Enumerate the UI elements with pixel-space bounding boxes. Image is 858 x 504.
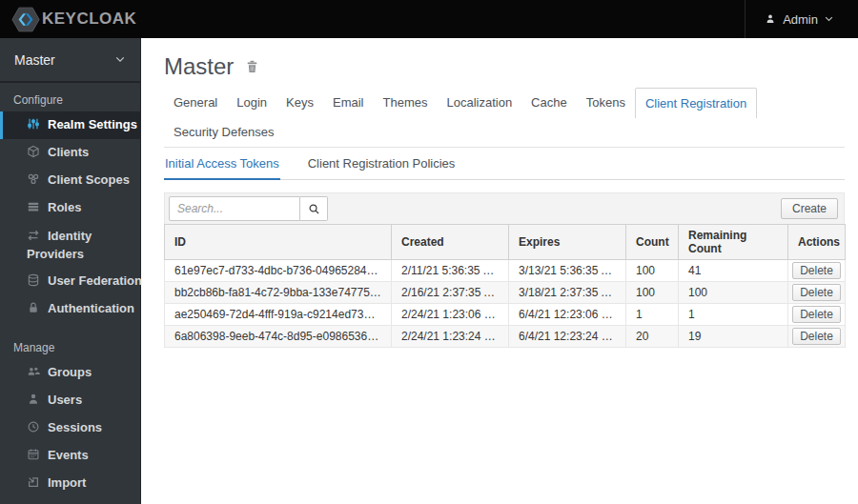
token-id: bb2cb86b-fa81-4c72-9bba-133e7477507c	[165, 282, 392, 304]
token-count: 100	[626, 282, 679, 304]
clock-icon	[27, 420, 48, 436]
delete-token-button[interactable]: Delete	[792, 284, 841, 301]
token-created: 2/11/21 5:36:35 AM	[392, 260, 509, 282]
keycloak-logo[interactable]: KEYCLOAK	[0, 7, 136, 32]
tab-general[interactable]: General	[164, 88, 227, 117]
cube-icon	[27, 145, 48, 161]
sidebar-item-import[interactable]: Import	[0, 470, 140, 497]
tab-security-defenses[interactable]: Security Defenses	[164, 117, 284, 147]
tokens-table-wrap: Create ID Created Expires Count Remaini	[164, 192, 845, 348]
sidebar-item-client-scopes[interactable]: Client Scopes	[0, 167, 140, 194]
column-header-actions: Actions	[788, 225, 846, 260]
users-icon	[27, 365, 48, 381]
realm-tabs-row-2: Security Defenses	[164, 117, 845, 147]
sidebar-item-groups[interactable]: Groups	[0, 359, 140, 387]
configure-nav-list: Realm Settings Clients	[0, 111, 140, 323]
exchange-icon	[27, 229, 48, 246]
create-button[interactable]: Create	[781, 198, 838, 219]
tab-cache[interactable]: Cache	[521, 88, 577, 117]
search-input[interactable]	[169, 196, 300, 221]
token-id: ae250469-72d4-4fff-919a-c9214ed73682	[165, 304, 392, 326]
table-row: ae250469-72d4-4fff-919a-c9214ed73682 2/2…	[165, 304, 846, 326]
token-expires: 6/4/21 12:23:24 PM	[509, 326, 626, 348]
page-title: Master	[164, 53, 234, 80]
table-row: bb2cb86b-fa81-4c72-9bba-133e7477507c 2/1…	[165, 282, 846, 304]
delete-realm-button[interactable]	[245, 59, 259, 74]
token-remaining-count: 19	[679, 326, 788, 348]
sidebar-item-label: Clients	[48, 145, 89, 159]
column-header-id: ID	[165, 225, 392, 260]
tab-client-registration[interactable]: Client Registration	[635, 88, 757, 118]
calendar-icon	[27, 448, 48, 464]
delete-token-button[interactable]: Delete	[792, 328, 841, 345]
column-header-created: Created	[392, 225, 509, 260]
table-toolbar: Create	[164, 192, 845, 224]
keycloak-admin-console: KEYCLOAK Admin Master Config	[0, 0, 858, 504]
subtab-initial-access-tokens[interactable]: Initial Access Tokens	[164, 148, 280, 180]
sidebar-item-label: Realm Settings	[48, 117, 137, 131]
token-remaining-count: 1	[679, 304, 788, 326]
token-id: 61e97ec7-d733-4dbc-b736-049652847a98	[165, 260, 392, 282]
tab-themes[interactable]: Themes	[373, 88, 437, 117]
sidebar-item-user-federation[interactable]: User Federation	[0, 268, 140, 295]
tab-email[interactable]: Email	[323, 88, 374, 117]
token-count: 1	[626, 304, 679, 326]
sidebar: Master Configure Realm Settings	[0, 38, 141, 504]
sidebar-item-identity-providers[interactable]: Identity Providers	[0, 222, 116, 268]
topbar: KEYCLOAK Admin	[0, 0, 858, 38]
realm-selector[interactable]: Master	[0, 38, 140, 83]
sidebar-item-label: Users	[48, 393, 82, 407]
database-icon	[27, 273, 48, 290]
table-row: 61e97ec7-d733-4dbc-b736-049652847a98 2/1…	[165, 260, 846, 282]
manage-nav-list: Groups Users	[0, 359, 140, 504]
tab-login[interactable]: Login	[227, 88, 276, 117]
client-registration-subtabs: Initial Access Tokens Client Registratio…	[164, 148, 845, 180]
delete-token-button[interactable]: Delete	[792, 262, 841, 279]
keycloak-hexagon-icon	[11, 7, 40, 32]
token-count: 100	[626, 260, 679, 282]
search-button[interactable]	[300, 196, 328, 221]
table-row: 6a806398-9eeb-474c-8d95-e0986536a74c 2/2…	[165, 326, 846, 348]
tab-tokens[interactable]: Tokens	[577, 88, 635, 117]
list-icon	[27, 200, 48, 216]
column-header-remaining-count: Remaining Count	[679, 225, 788, 260]
subtab-client-registration-policies[interactable]: Client Registration Policies	[307, 148, 457, 179]
initial-access-tokens-table: ID Created Expires Count Remaining Count…	[164, 224, 846, 348]
sidebar-item-export[interactable]: Export	[0, 497, 140, 504]
token-count: 20	[626, 326, 679, 348]
token-created: 2/24/21 1:23:06 PM	[392, 304, 509, 326]
sidebar-item-label: Authentication	[48, 301, 134, 315]
token-created: 2/16/21 2:37:35 AM	[392, 282, 509, 304]
sidebar-item-label: User Federation	[48, 273, 142, 288]
main-content: Master General Login Keys Email Th	[141, 38, 858, 504]
chevron-down-icon	[825, 16, 833, 22]
user-menu-label: Admin	[783, 12, 818, 27]
sidebar-item-label: Groups	[48, 365, 92, 379]
tab-localization[interactable]: Localization	[437, 88, 521, 117]
sidebar-item-events[interactable]: Events	[0, 442, 140, 470]
search-icon	[308, 203, 320, 215]
brand-text: KEYCLOAK	[42, 10, 136, 29]
sidebar-item-label: Events	[48, 448, 89, 462]
tab-keys[interactable]: Keys	[276, 88, 323, 117]
sidebar-item-roles[interactable]: Roles	[0, 194, 140, 222]
sidebar-item-clients[interactable]: Clients	[0, 139, 140, 167]
token-id: 6a806398-9eeb-474c-8d95-e0986536a74c	[165, 326, 392, 348]
token-expires: 3/18/21 2:37:35 AM	[509, 282, 626, 304]
token-remaining-count: 41	[679, 260, 788, 282]
import-icon	[27, 475, 48, 492]
nav-section-configure: Configure	[0, 83, 140, 111]
sidebar-item-authentication[interactable]: Authentication	[0, 295, 140, 323]
sidebar-item-label: Import	[48, 475, 86, 490]
realm-tabs-row-1: General Login Keys Email Themes Localiza…	[164, 88, 845, 117]
user-icon	[27, 393, 48, 409]
sidebar-item-sessions[interactable]: Sessions	[0, 414, 140, 442]
token-expires: 6/4/21 12:23:06 PM	[509, 304, 626, 326]
scopes-icon	[27, 172, 48, 189]
user-menu[interactable]: Admin	[745, 0, 858, 38]
column-header-count: Count	[626, 225, 679, 260]
sidebar-item-realm-settings[interactable]: Realm Settings	[0, 111, 140, 139]
sidebar-item-users[interactable]: Users	[0, 387, 140, 414]
delete-token-button[interactable]: Delete	[792, 306, 841, 323]
search-group	[169, 196, 328, 221]
